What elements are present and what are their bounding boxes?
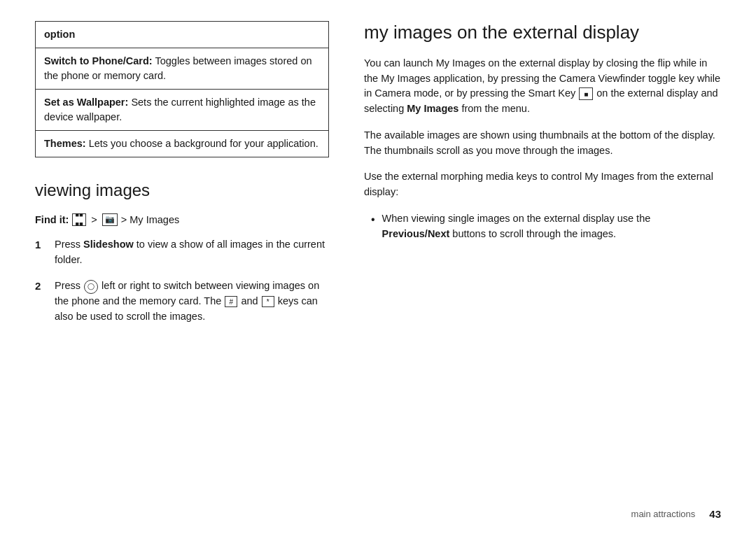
- step-1: 1 Press Slideshow to view a show of all …: [35, 237, 329, 268]
- bullet-item-1: When viewing single images on the extern…: [371, 211, 721, 242]
- step-2-text: Press ◯ left or right to switch between …: [55, 278, 329, 324]
- find-it-path: > My Images: [121, 213, 179, 227]
- term-switch: Switch to Phone/Card:: [44, 55, 153, 66]
- my-images-bold: My Images: [407, 103, 458, 114]
- table-cell-wallpaper: Set as Wallpaper: Sets the current highl…: [36, 90, 329, 131]
- table-cell-themes: Themes: Lets you choose a background for…: [36, 131, 329, 157]
- bullet-list: When viewing single images on the extern…: [371, 211, 721, 242]
- previous-next-bold: Previous/Next: [382, 228, 450, 239]
- table-header-cell: option: [36, 22, 329, 48]
- options-table: option Switch to Phone/Card: Toggles bet…: [35, 21, 329, 157]
- term-themes: Themes:: [44, 138, 86, 149]
- footer: main attractions 43: [35, 500, 721, 522]
- right-para-2: The available images are shown using thu…: [364, 128, 721, 159]
- joystick-icon: ◯: [84, 280, 98, 294]
- step-2: 2 Press ◯ left or right to switch betwee…: [35, 278, 329, 324]
- table-header-row: option: [36, 22, 329, 48]
- term-wallpaper: Set as Wallpaper:: [44, 97, 128, 108]
- content-area: option Switch to Phone/Card: Toggles bet…: [35, 21, 721, 500]
- page: option Switch to Phone/Card: Toggles bet…: [0, 0, 756, 536]
- desc-themes: Lets you choose a background for your ap…: [89, 138, 318, 149]
- table-row: Themes: Lets you choose a background for…: [36, 131, 329, 157]
- smart-key-icon: ■: [579, 87, 593, 100]
- find-it-label: Find it:: [35, 213, 69, 227]
- right-para-3: Use the external morphing media keys to …: [364, 169, 721, 200]
- step-1-text: Press Slideshow to view a show of all im…: [55, 237, 329, 268]
- step-2-num: 2: [35, 278, 45, 295]
- and-text: and: [241, 295, 258, 306]
- hash-key-icon: #: [225, 296, 237, 307]
- footer-page-number: 43: [709, 507, 721, 522]
- footer-section-text: main attractions: [631, 508, 696, 521]
- star-key-icon: *: [262, 296, 274, 307]
- table-row: Switch to Phone/Card: Toggles between im…: [36, 48, 329, 90]
- find-it-separator-1: >: [91, 213, 97, 227]
- right-column: my images on the external display You ca…: [364, 21, 721, 500]
- step-1-num: 1: [35, 237, 45, 253]
- viewing-images-title: viewing images: [35, 178, 329, 203]
- slideshow-term: Slideshow: [83, 239, 134, 250]
- menu-icon: ■■■■: [72, 213, 86, 226]
- gallery-icon: 📷: [102, 213, 118, 226]
- find-it-line: Find it: ■■■■ > 📷 > My Images: [35, 213, 329, 227]
- table-row: Set as Wallpaper: Sets the current highl…: [36, 90, 329, 131]
- table-cell-switch: Switch to Phone/Card: Toggles between im…: [36, 48, 329, 90]
- left-column: option Switch to Phone/Card: Toggles bet…: [35, 21, 329, 500]
- right-para-1: You can launch My Images on the external…: [364, 56, 721, 117]
- steps-list: 1 Press Slideshow to view a show of all …: [35, 237, 329, 325]
- bullet-item-1-text: When viewing single images on the extern…: [382, 211, 721, 242]
- right-title: my images on the external display: [364, 21, 721, 45]
